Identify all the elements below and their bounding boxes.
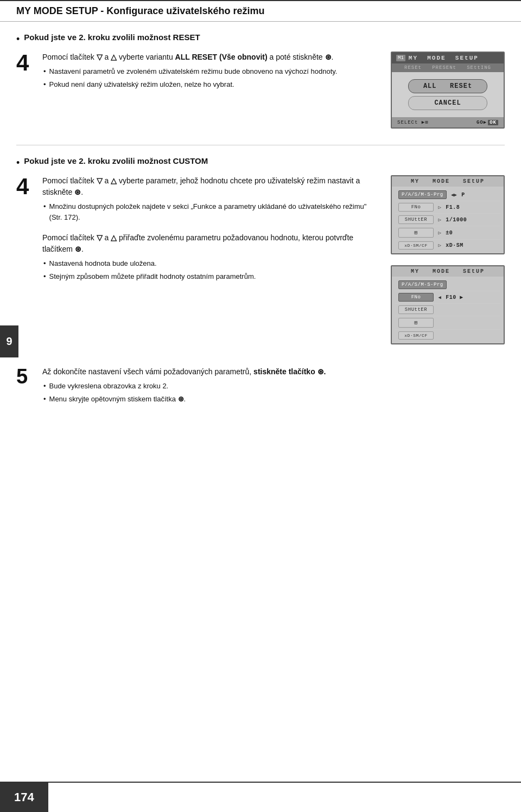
section2-content: 4 Pomocí tlačítek ▽ a △ vyberte pa­ramet… (16, 175, 505, 350)
camera-row-mode2: P/A/S/M·S-Prg (395, 279, 500, 291)
page-title: MY MODE SETUP - Konfigurace uživatelskéh… (16, 5, 505, 17)
camera-panel1-title: MY MODE SEtUP (409, 55, 479, 61)
camera-mode-icon: M1 (396, 55, 405, 61)
camera-row-exp2: ⊞ (395, 316, 500, 330)
step4-custom-container: 4 Pomocí tlačítek ▽ a △ vyberte pa­ramet… (16, 175, 380, 282)
section1-bullet: • (16, 34, 20, 45)
camera-row-fno1: FNo ▷ F1.8 (395, 201, 500, 214)
page-number-box: 174 (0, 783, 48, 812)
camera-row-shutter1: SHUttER ▷ 1/1000 (395, 214, 500, 226)
camera-panel1-subtitle: RESEt PRESENt SEttING (392, 63, 504, 72)
step5-text: Až dokončíte nastavení všech vámi požado… (42, 366, 505, 378)
step4-reset-sub1: • Nastavení parametrů ve zvoleném uživat… (43, 66, 380, 77)
step4-reset-content: Pomocí tlačítek ▽ a △ vyberte vari­antu … (42, 52, 380, 89)
section2-bullet: • (16, 157, 20, 169)
camera-panel2-header: MY MODE SEtUP (392, 176, 504, 187)
camera-panel2: MY MODE SEtUP P/A/S/M·S-Prg ◀▶ P FNo ▷ F… (391, 175, 505, 254)
camera-row-exp1: ⊞ ▷ ±0 (395, 226, 500, 240)
step4-custom-sub1: • Množinu dostupných položek najdete v s… (43, 201, 380, 222)
go-ok-label: GO▶OK (476, 119, 498, 125)
step5: 5 Až dokončíte nastavení všech vámi poža… (16, 366, 505, 404)
camera-panel1-header: M1 MY MODE SEtUP (392, 53, 504, 63)
step4-custom-text2: Pomocí tlačítek ▽ a △ přiřaďte zvolenému… (42, 232, 380, 255)
step4-reset-left: 4 Pomocí tlačítek ▽ a △ vyberte vari­ant… (16, 52, 380, 98)
section2-right: MY MODE SEtUP P/A/S/M·S-Prg ◀▶ P FNo ▷ F… (391, 175, 505, 350)
section1-heading-text: Pokud jste ve 2. kroku zvolili možnost R… (24, 33, 200, 42)
camera-panel3-header: MY MODE SEtUP (392, 266, 504, 277)
section2-left: 4 Pomocí tlačítek ▽ a △ vyberte pa­ramet… (16, 175, 380, 350)
camera-display1: M1 MY MODE SEtUP RESEt PRESENt SEttING A… (391, 52, 505, 129)
camera-row-cf2: xD·SM/CF (395, 330, 500, 341)
camera-panel1-body: ALL RESEt CANCEL (392, 72, 504, 117)
camera-row-shutter2: SHUttER (395, 304, 500, 316)
camera-row-cf1: xD·SM/CF ▷ xD·SM (395, 240, 500, 251)
step4-reset: 4 Pomocí tlačítek ▽ a △ vyberte vari­ant… (16, 52, 505, 134)
page-title-bar: MY MODE SETUP - Konfigurace uživatelskéh… (0, 0, 521, 22)
step4-custom-content: Pomocí tlačítek ▽ a △ vyberte pa­rametr,… (42, 175, 380, 282)
page-footer: 174 (0, 782, 521, 812)
step5-sub1: • Bude vykreslena obrazovka z kroku 2. (43, 381, 505, 392)
camera-row-mode1: P/A/S/M·S-Prg ◀▶ P (395, 189, 500, 201)
step5-number: 5 (16, 366, 36, 387)
cancel-button: CANCEL (408, 96, 487, 110)
step4-custom-number: 4 (16, 175, 36, 198)
camera-panel1-footer: SELECt ▶⊞ GO▶OK (392, 117, 504, 127)
section2-heading-text: Pokud jste ve 2. kroku zvolili možnost C… (24, 156, 208, 165)
step4-custom-text1: Pomocí tlačítek ▽ a △ vyberte pa­rametr,… (42, 175, 380, 198)
step5-sub2: • Menu skryjte opětovným stiskem tlačítk… (43, 394, 505, 405)
step4-custom-sub3: • Stejným způsobem můžete přiřadit hodno… (43, 271, 380, 282)
step4-reset-sub2: • Pokud není daný uživatelský režim ulož… (43, 79, 380, 90)
section1-heading: • Pokud jste ve 2. kroku zvolili možnost… (16, 33, 505, 45)
step4-reset-number: 4 (16, 52, 36, 74)
chapter-marker: 9 (0, 325, 18, 357)
section2-heading: • Pokud jste ve 2. kroku zvolili možnost… (16, 156, 505, 169)
page-footer-space (48, 783, 521, 812)
step4-custom-sub2: • Nastavená hodnota bude uložena. (43, 258, 380, 269)
step4-reset-container: 4 Pomocí tlačítek ▽ a △ vyberte vari­ant… (16, 52, 380, 89)
camera-panel1: M1 MY MODE SEtUP RESEt PRESENt SEttING A… (391, 52, 505, 134)
step4-reset-text: Pomocí tlačítek ▽ a △ vyberte vari­antu … (42, 52, 380, 63)
divider1 (16, 145, 505, 145)
select-label: SELECt ▶⊞ (397, 119, 429, 125)
camera-row-fno2: FNo ◀ F10 ▶ (395, 291, 500, 304)
step5-content: Až dokončíte nastavení všech vámi požado… (42, 366, 505, 404)
camera-panel3: MY MODE SEtUP P/A/S/M·S-Prg FNo ◀ F10 ▶ … (391, 265, 505, 344)
all-reset-button: ALL RESEt (408, 79, 487, 93)
